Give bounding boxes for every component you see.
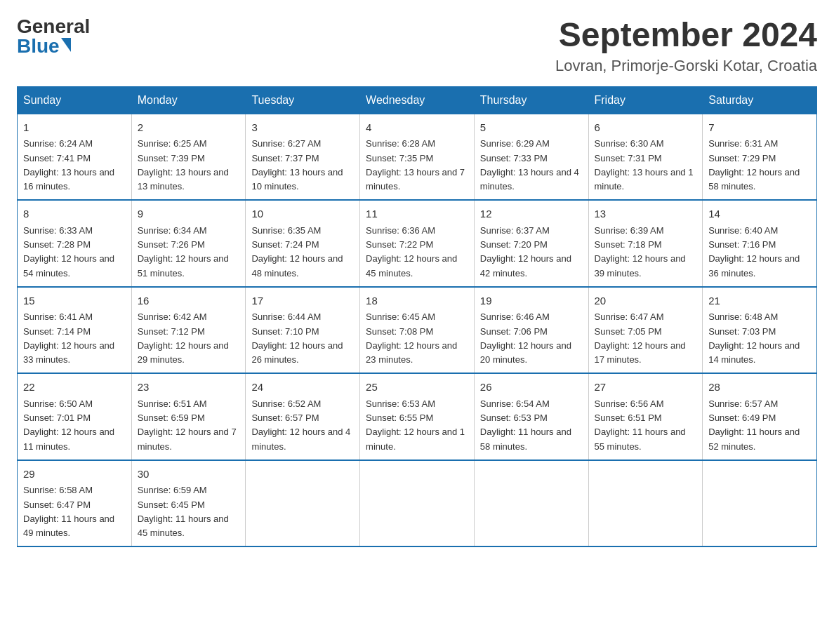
header-thursday: Thursday — [474, 86, 588, 114]
day-info: Sunrise: 6:58 AMSunset: 6:47 PMDaylight:… — [23, 485, 114, 538]
day-number: 9 — [138, 206, 240, 222]
day-info: Sunrise: 6:39 AMSunset: 7:18 PMDaylight:… — [595, 225, 686, 279]
logo: General Blue — [17, 17, 90, 56]
calendar-cell: 27Sunrise: 6:56 AMSunset: 6:51 PMDayligh… — [588, 373, 703, 460]
day-info: Sunrise: 6:57 AMSunset: 6:49 PMDaylight:… — [708, 398, 800, 452]
day-number: 16 — [138, 293, 240, 309]
calendar-cell: 21Sunrise: 6:48 AMSunset: 7:03 PMDayligh… — [703, 287, 817, 374]
day-info: Sunrise: 6:47 AMSunset: 7:05 PMDaylight:… — [595, 311, 686, 365]
day-number: 25 — [366, 380, 468, 396]
calendar-cell: 20Sunrise: 6:47 AMSunset: 7:05 PMDayligh… — [588, 287, 703, 374]
day-number: 4 — [366, 120, 468, 136]
calendar-cell — [588, 460, 703, 547]
calendar-cell — [360, 460, 475, 547]
day-info: Sunrise: 6:34 AMSunset: 7:26 PMDaylight:… — [138, 225, 229, 279]
day-number: 26 — [480, 380, 583, 396]
day-number: 14 — [708, 206, 811, 222]
header-friday: Friday — [588, 86, 703, 114]
calendar-cell: 1Sunrise: 6:24 AMSunset: 7:41 PMDaylight… — [18, 114, 132, 200]
calendar-cell: 3Sunrise: 6:27 AMSunset: 7:37 PMDaylight… — [246, 114, 360, 200]
day-number: 17 — [251, 293, 354, 309]
week-row-4: 22Sunrise: 6:50 AMSunset: 7:01 PMDayligh… — [18, 373, 817, 460]
day-number: 13 — [595, 206, 697, 222]
calendar-cell: 12Sunrise: 6:37 AMSunset: 7:20 PMDayligh… — [474, 200, 588, 287]
day-info: Sunrise: 6:56 AMSunset: 6:51 PMDaylight:… — [595, 398, 686, 452]
calendar-cell: 29Sunrise: 6:58 AMSunset: 6:47 PMDayligh… — [18, 460, 132, 547]
day-info: Sunrise: 6:41 AMSunset: 7:14 PMDaylight:… — [23, 311, 114, 365]
logo-blue-text: Blue — [17, 36, 90, 56]
calendar-cell: 23Sunrise: 6:51 AMSunset: 6:59 PMDayligh… — [131, 373, 246, 460]
day-number: 2 — [138, 120, 240, 136]
day-number: 15 — [23, 293, 126, 309]
day-info: Sunrise: 6:54 AMSunset: 6:53 PMDaylight:… — [480, 398, 571, 452]
day-info: Sunrise: 6:37 AMSunset: 7:20 PMDaylight:… — [480, 225, 571, 279]
header-saturday: Saturday — [703, 86, 817, 114]
day-info: Sunrise: 6:35 AMSunset: 7:24 PMDaylight:… — [251, 225, 343, 279]
day-number: 3 — [251, 120, 354, 136]
calendar-cell: 11Sunrise: 6:36 AMSunset: 7:22 PMDayligh… — [360, 200, 475, 287]
day-info: Sunrise: 6:28 AMSunset: 7:35 PMDaylight:… — [366, 138, 465, 192]
calendar-table: SundayMondayTuesdayWednesdayThursdayFrid… — [17, 86, 817, 548]
day-info: Sunrise: 6:29 AMSunset: 7:33 PMDaylight:… — [480, 138, 579, 192]
calendar-cell: 16Sunrise: 6:42 AMSunset: 7:12 PMDayligh… — [131, 287, 246, 374]
day-number: 20 — [595, 293, 697, 309]
calendar-cell: 14Sunrise: 6:40 AMSunset: 7:16 PMDayligh… — [703, 200, 817, 287]
day-number: 12 — [480, 206, 583, 222]
calendar-cell: 26Sunrise: 6:54 AMSunset: 6:53 PMDayligh… — [474, 373, 588, 460]
calendar-cell: 7Sunrise: 6:31 AMSunset: 7:29 PMDaylight… — [703, 114, 817, 200]
week-row-3: 15Sunrise: 6:41 AMSunset: 7:14 PMDayligh… — [18, 287, 817, 374]
day-number: 5 — [480, 120, 583, 136]
day-info: Sunrise: 6:45 AMSunset: 7:08 PMDaylight:… — [366, 311, 457, 365]
calendar-cell: 24Sunrise: 6:52 AMSunset: 6:57 PMDayligh… — [246, 373, 360, 460]
day-info: Sunrise: 6:44 AMSunset: 7:10 PMDaylight:… — [251, 311, 343, 365]
calendar-cell: 17Sunrise: 6:44 AMSunset: 7:10 PMDayligh… — [246, 287, 360, 374]
day-number: 7 — [708, 120, 811, 136]
calendar-cell: 5Sunrise: 6:29 AMSunset: 7:33 PMDaylight… — [474, 114, 588, 200]
day-number: 30 — [138, 467, 240, 483]
header-monday: Monday — [131, 86, 246, 114]
calendar-cell: 18Sunrise: 6:45 AMSunset: 7:08 PMDayligh… — [360, 287, 475, 374]
calendar-cell — [703, 460, 817, 547]
day-number: 24 — [251, 380, 354, 396]
day-number: 28 — [708, 380, 811, 396]
day-info: Sunrise: 6:53 AMSunset: 6:55 PMDaylight:… — [366, 398, 465, 452]
day-info: Sunrise: 6:52 AMSunset: 6:57 PMDaylight:… — [251, 398, 350, 452]
logo-triangle-icon — [61, 38, 71, 52]
calendar-cell — [474, 460, 588, 547]
day-info: Sunrise: 6:31 AMSunset: 7:29 PMDaylight:… — [708, 138, 800, 192]
day-number: 8 — [23, 206, 126, 222]
day-number: 10 — [251, 206, 354, 222]
header-sunday: Sunday — [18, 86, 132, 114]
page-header: General Blue September 2024 Lovran, Prim… — [17, 17, 817, 75]
header-wednesday: Wednesday — [360, 86, 475, 114]
day-number: 6 — [595, 120, 697, 136]
day-number: 22 — [23, 380, 126, 396]
calendar-cell: 13Sunrise: 6:39 AMSunset: 7:18 PMDayligh… — [588, 200, 703, 287]
calendar-cell: 2Sunrise: 6:25 AMSunset: 7:39 PMDaylight… — [131, 114, 246, 200]
logo-general-text: General — [17, 17, 90, 36]
day-info: Sunrise: 6:36 AMSunset: 7:22 PMDaylight:… — [366, 225, 457, 279]
day-info: Sunrise: 6:50 AMSunset: 7:01 PMDaylight:… — [23, 398, 114, 452]
day-info: Sunrise: 6:25 AMSunset: 7:39 PMDaylight:… — [138, 138, 229, 192]
calendar-cell: 22Sunrise: 6:50 AMSunset: 7:01 PMDayligh… — [18, 373, 132, 460]
day-number: 27 — [595, 380, 697, 396]
day-number: 23 — [138, 380, 240, 396]
calendar-cell: 10Sunrise: 6:35 AMSunset: 7:24 PMDayligh… — [246, 200, 360, 287]
day-info: Sunrise: 6:46 AMSunset: 7:06 PMDaylight:… — [480, 311, 571, 365]
calendar-cell: 4Sunrise: 6:28 AMSunset: 7:35 PMDaylight… — [360, 114, 475, 200]
day-number: 29 — [23, 467, 126, 483]
header-tuesday: Tuesday — [246, 86, 360, 114]
day-number: 1 — [23, 120, 126, 136]
day-info: Sunrise: 6:30 AMSunset: 7:31 PMDaylight:… — [595, 138, 694, 192]
title-area: September 2024 Lovran, Primorje-Gorski K… — [555, 17, 817, 75]
page-title: September 2024 — [555, 17, 817, 54]
week-row-5: 29Sunrise: 6:58 AMSunset: 6:47 PMDayligh… — [18, 460, 817, 547]
calendar-cell: 15Sunrise: 6:41 AMSunset: 7:14 PMDayligh… — [18, 287, 132, 374]
calendar-header-row: SundayMondayTuesdayWednesdayThursdayFrid… — [18, 86, 817, 114]
week-row-1: 1Sunrise: 6:24 AMSunset: 7:41 PMDaylight… — [18, 114, 817, 200]
day-info: Sunrise: 6:42 AMSunset: 7:12 PMDaylight:… — [138, 311, 229, 365]
day-number: 21 — [708, 293, 811, 309]
location-subtitle: Lovran, Primorje-Gorski Kotar, Croatia — [555, 57, 817, 75]
day-info: Sunrise: 6:33 AMSunset: 7:28 PMDaylight:… — [23, 225, 114, 279]
day-info: Sunrise: 6:24 AMSunset: 7:41 PMDaylight:… — [23, 138, 114, 192]
